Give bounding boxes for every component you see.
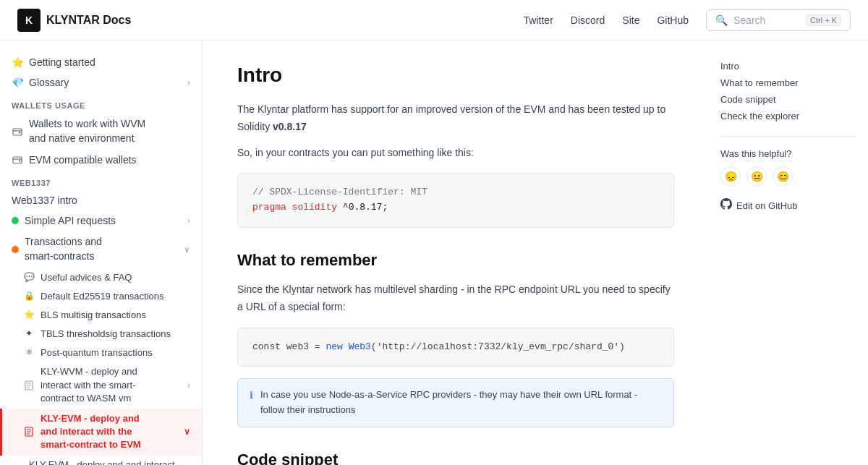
chevron-down-icon: ∨ (184, 244, 190, 255)
sidebar-item-web1337-intro[interactable]: Web1337 intro (0, 190, 202, 210)
sidebar-label: Wallets to work with WVMand native envir… (29, 117, 145, 145)
toc-item-what-to-remember[interactable]: What to remember (720, 74, 856, 91)
sidebar-item-evm-wallets[interactable]: EVM compatible wallets (0, 150, 202, 170)
sidebar-label: TBLS thresholdsig transactions (41, 328, 171, 339)
nav-github[interactable]: GitHub (657, 14, 689, 26)
sidebar-label: KLY-EVM - deploy and and interact with t… (29, 459, 190, 466)
sidebar-label: Transactions andsmart-contracts (25, 235, 102, 263)
section3-title: Code snippet (237, 451, 674, 465)
sidebar-label: Getting started (29, 56, 95, 68)
sidebar-item-interaction[interactable]: KLY-EVM - deploy and and interact with t… (0, 456, 202, 466)
search-box[interactable]: 🔍 Search Ctrl + K (706, 9, 851, 31)
sidebar-item-ed25519[interactable]: 🔒 Default Ed25519 transactions (0, 286, 202, 305)
sidebar-item-wvm[interactable]: KLY-WVM - deploy andinteract with the sm… (0, 362, 202, 409)
chevron-down-icon2: ∨ (184, 427, 190, 437)
star-icon: ⭐ (12, 56, 23, 68)
green-dot-icon (12, 217, 19, 224)
svg-rect-1 (19, 132, 21, 133)
toc-emoji-row: 😞 😐 😊 (720, 166, 856, 187)
sidebar-label: Default Ed25519 transactions (41, 291, 164, 302)
doc-icon (23, 380, 35, 391)
page-title: Intro (237, 64, 674, 87)
wallet-icon2 (12, 154, 23, 166)
gem-icon: 💎 (12, 77, 23, 88)
sidebar-label: EVM compatible wallets (29, 154, 137, 166)
header: K KLYNTAR Docs Twitter Discord Site GitH… (0, 0, 868, 40)
atom-icon: ⚛ (23, 346, 35, 358)
chevron-right-icon: › (187, 77, 190, 88)
code-block-1: // SPDX-License-Identifier: MIT pragma s… (237, 173, 674, 228)
wallet-icon (12, 126, 23, 137)
doc-icon2 (23, 426, 35, 438)
sidebar-label: Glossary (29, 77, 69, 88)
nav-site[interactable]: Site (622, 14, 639, 26)
emoji-happy-button[interactable]: 😊 (773, 166, 793, 187)
sidebar-item-tbls[interactable]: ✦ TBLS thresholdsig transactions (0, 324, 202, 343)
search-icon: 🔍 (715, 14, 728, 26)
sidebar-item-simple-api[interactable]: Simple API requests › (0, 210, 202, 231)
sidebar-item-glossary[interactable]: 💎 Glossary › (0, 72, 202, 93)
sidebar-section-wallets: WALLETS USAGE (0, 93, 202, 113)
github-icon (720, 198, 732, 213)
nav-discord[interactable]: Discord (571, 14, 605, 26)
sparkle-icon: ✦ (23, 328, 35, 339)
right-toc: Intro What to remember Code snippet Chec… (709, 40, 868, 465)
edit-on-github[interactable]: Edit on GitHub (720, 198, 856, 213)
sidebar-label: Simple API requests (25, 215, 116, 226)
logo-letter: K (25, 14, 33, 26)
emoji-sad-button[interactable]: 😞 (720, 166, 741, 187)
info-box: ℹ In case you use Node-as-a-Service RPC … (237, 378, 674, 427)
sidebar: ⭐ Getting started 💎 Glossary › WALLETS U… (0, 40, 203, 465)
chevron-right-icon: › (187, 216, 190, 226)
section2-paragraph: Since the Klyntar network has multilevel… (237, 281, 674, 316)
speech-icon: 💬 (23, 271, 35, 283)
sidebar-item-wallets-wvm[interactable]: Wallets to work with WVMand native envir… (0, 113, 202, 150)
header-left: K KLYNTAR Docs (17, 9, 131, 32)
sidebar-label: KLY-EVM - deploy andand interact with th… (41, 412, 141, 452)
toc-divider (720, 136, 856, 137)
sidebar-label: Web1337 intro (12, 195, 77, 206)
sidebar-item-transactions[interactable]: Transactions andsmart-contracts ∨ (0, 231, 202, 268)
toc-item-intro[interactable]: Intro (720, 58, 856, 74)
code-block-2: const web3 = new Web3('http://localhost:… (237, 328, 674, 367)
sidebar-item-bls[interactable]: ⭐ BLS multisig transactions (0, 305, 202, 324)
sidebar-label: Post-quantum transactions (41, 347, 153, 358)
sidebar-item-getting-started[interactable]: ⭐ Getting started (0, 52, 202, 72)
header-nav: Twitter Discord Site GitHub 🔍 Search Ctr… (524, 9, 851, 31)
toc-item-code-snippet[interactable]: Code snippet (720, 91, 856, 108)
sidebar-label: KLY-WVM - deploy andinteract with the sm… (41, 365, 137, 405)
intro-paragraph-2: So, in your contracts you can put someth… (237, 145, 674, 162)
logo[interactable]: K (17, 9, 41, 32)
svg-rect-2 (13, 157, 22, 163)
section2-title: What to remember (237, 251, 674, 270)
search-shortcut: Ctrl + K (806, 14, 841, 26)
sidebar-label: BLS multisig transactions (41, 310, 146, 320)
sidebar-label: Useful advices & FAQ (41, 272, 132, 283)
toc-helpful-label: Was this helpful? (720, 148, 856, 159)
sidebar-item-evm-active[interactable]: KLY-EVM - deploy andand interact with th… (0, 409, 202, 456)
nav-twitter[interactable]: Twitter (524, 14, 553, 26)
lock-icon: 🔒 (23, 290, 35, 302)
sidebar-item-useful-advices[interactable]: 💬 Useful advices & FAQ (0, 268, 202, 286)
site-title: KLYNTAR Docs (46, 14, 131, 27)
svg-rect-3 (19, 161, 21, 162)
sidebar-section-web1337: WEB1337 (0, 170, 202, 190)
toc-item-check-explorer[interactable]: Check the explorer (720, 108, 856, 124)
intro-paragraph: The Klyntar platform has support for an … (237, 101, 674, 136)
info-icon: ℹ (250, 388, 253, 404)
orange-dot-icon (12, 246, 19, 253)
sidebar-item-post-quantum[interactable]: ⚛ Post-quantum transactions (0, 343, 202, 362)
info-text: In case you use Node-as-a-Service RPC pr… (260, 388, 662, 418)
star-filled-icon: ⭐ (23, 309, 35, 320)
layout: ⭐ Getting started 💎 Glossary › WALLETS U… (0, 40, 868, 465)
search-placeholder: Search (733, 14, 800, 26)
edit-on-github-label: Edit on GitHub (736, 200, 798, 211)
svg-rect-0 (13, 129, 22, 135)
emoji-neutral-button[interactable]: 😐 (746, 166, 767, 187)
main-content: Intro The Klyntar platform has support f… (203, 40, 709, 465)
chevron-right-icon: › (187, 380, 190, 391)
